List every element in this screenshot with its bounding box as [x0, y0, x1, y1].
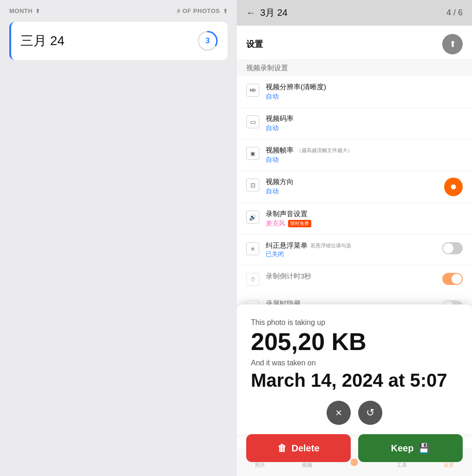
month-title: 三月 24 — [20, 32, 65, 50]
left-panel: MONTH ⬆ # OF PHOTOS ⬆ 三月 24 3 — [0, 0, 237, 476]
overlay-date: March 14, 2024 at 5:07 — [251, 369, 458, 391]
settings-item-timer[interactable]: ⏱ 录制倒计时3秒 — [237, 265, 472, 293]
timer-content: 录制倒计时3秒 — [266, 272, 436, 281]
right-header-left: ← 3月 24 — [246, 7, 288, 19]
float-menu-toggle[interactable] — [442, 242, 463, 254]
month-sort[interactable]: MONTH ⬆ — [9, 7, 40, 14]
free-badge: 限时免费 — [288, 220, 311, 227]
undo-icon: ↺ — [366, 407, 374, 419]
right-panel: ← 3月 24 4 / 6 设置 ⬆ 视频录制设置 HD 视频分辨率(清晰度) … — [237, 0, 472, 476]
bitrate-icon: ▭ — [246, 115, 259, 128]
orientation-icon: ⊡ — [246, 178, 259, 192]
orientation-content: 视频方向 自动 — [266, 178, 438, 196]
left-header: MONTH ⬆ # OF PHOTOS ⬆ — [0, 0, 237, 22]
delete-button[interactable]: 🗑 Delete — [246, 434, 351, 462]
framerate-name: 视频帧率 （越高越流畅文件越大） — [266, 146, 463, 155]
settings-item-resolution[interactable]: HD 视频分辨率(清晰度) 自动 — [237, 76, 472, 108]
month-label: MONTH — [9, 7, 33, 14]
resolution-content: 视频分辨率(清晰度) 自动 — [266, 83, 463, 101]
resolution-value: 自动 — [266, 93, 463, 101]
timer-icon: ⏱ — [246, 273, 259, 286]
settings-item-bitrate[interactable]: ▭ 视频码率 自动 — [237, 108, 472, 139]
bitrate-content: 视频码率 自动 — [266, 114, 463, 132]
photos-sort-icon: ⬆ — [223, 8, 228, 14]
settings-item-audio[interactable]: 🔊 录制声音设置 麦克风 限时免费 — [237, 203, 472, 235]
audio-value: 麦克风 限时免费 — [266, 219, 463, 228]
settings-item-float-menu[interactable]: ≡ 纠正悬浮菜单 若悬浮错位请勾选 已关闭 — [237, 235, 472, 265]
float-menu-icon: ≡ — [246, 242, 259, 255]
bitrate-value: 自动 — [266, 124, 463, 132]
photo-count-badge: 3 — [197, 30, 218, 52]
overlay-taken: And it was taken on — [251, 359, 458, 367]
keep-button[interactable]: Keep 💾 — [358, 434, 463, 462]
audio-content: 录制声音设置 麦克风 限时免费 — [266, 210, 463, 228]
orientation-name: 视频方向 — [266, 178, 438, 186]
back-icon[interactable]: ← — [246, 7, 256, 18]
float-menu-content: 纠正悬浮菜单 若悬浮错位请勾选 已关闭 — [266, 241, 436, 258]
video-section-label: 视频录制设置 — [237, 59, 472, 76]
right-header-title: 3月 24 — [260, 7, 288, 19]
float-menu-name: 纠正悬浮菜单 若悬浮错位请勾选 — [266, 241, 436, 250]
bottom-buttons: 🗑 Delete Keep 💾 — [237, 434, 472, 462]
share-icon: ⬆ — [449, 39, 456, 49]
float-menu-note: 若悬浮错位请勾选 — [310, 242, 351, 249]
save-icon: 💾 — [418, 443, 430, 454]
overlay-size: 205,20 KB — [251, 329, 458, 355]
overlay-subtitle: This photo is taking up — [251, 318, 458, 327]
overlay-card: This photo is taking up 205,20 KB And it… — [237, 304, 472, 434]
settings-item-orientation[interactable]: ⊡ 视频方向 自动 ⏺ — [237, 171, 472, 203]
settings-title: 设置 — [246, 39, 263, 50]
framerate-note: （越高越流畅文件越大） — [296, 147, 353, 154]
settings-item-framerate[interactable]: ▣ 视频帧率 （越高越流畅文件越大） 自动 — [237, 139, 472, 171]
cancel-icon: × — [335, 406, 342, 419]
orange-record-icon: ⏺ — [444, 178, 463, 196]
settings-panel: 设置 ⬆ 视频录制设置 HD 视频分辨率(清晰度) 自动 ▭ 视频码率 自动 — [237, 26, 472, 476]
photos-label: # OF PHOTOS — [177, 7, 220, 14]
right-header: ← 3月 24 4 / 6 — [237, 0, 472, 26]
timer-name: 录制倒计时3秒 — [266, 272, 436, 281]
settings-header: 设置 ⬆ — [237, 26, 472, 59]
bitrate-name: 视频码率 — [266, 114, 463, 123]
month-card[interactable]: 三月 24 3 — [9, 22, 228, 60]
audio-icon: 🔊 — [246, 211, 259, 224]
resolution-icon: HD — [246, 84, 259, 97]
photo-position: 4 / 6 — [446, 8, 463, 18]
timer-toggle[interactable] — [442, 273, 463, 285]
month-sort-icon: ⬆ — [35, 8, 40, 14]
share-button[interactable]: ⬆ — [442, 34, 463, 54]
orientation-value: 自动 — [266, 187, 438, 196]
float-menu-closed: 已关闭 — [266, 250, 436, 258]
cancel-circle[interactable]: × — [327, 401, 351, 425]
resolution-name: 视频分辨率(清晰度) — [266, 83, 463, 92]
audio-name: 录制声音设置 — [266, 210, 463, 218]
action-circles: × ↺ — [251, 401, 458, 425]
photos-sort[interactable]: # OF PHOTOS ⬆ — [177, 7, 228, 14]
circle-count: 3 — [206, 37, 210, 45]
framerate-content: 视频帧率 （越高越流畅文件越大） 自动 — [266, 146, 463, 164]
trash-icon: 🗑 — [277, 443, 287, 454]
framerate-value: 自动 — [266, 156, 463, 164]
framerate-icon: ▣ — [246, 147, 259, 160]
undo-circle[interactable]: ↺ — [358, 401, 382, 425]
